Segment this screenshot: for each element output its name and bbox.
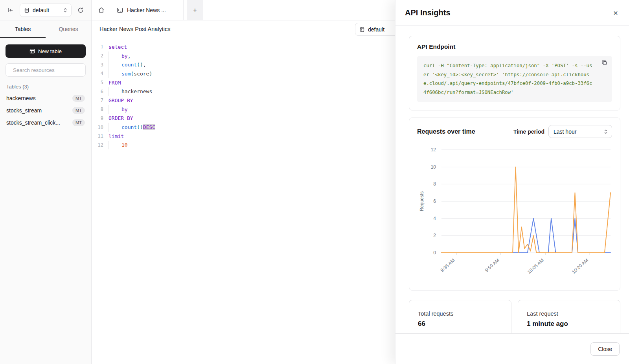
indent-guide (109, 105, 121, 114)
sidebar-tab-tables[interactable]: Tables (0, 20, 46, 38)
indent-guide (109, 123, 121, 132)
chevron-up-down-icon (63, 7, 67, 13)
svg-text:0: 0 (433, 250, 436, 256)
panel-header: API Insights × (395, 0, 629, 26)
code-token: hackernews (121, 88, 152, 94)
table-icon (29, 48, 35, 54)
line-number: 7 (92, 97, 103, 103)
svg-text:6: 6 (433, 199, 436, 204)
table-engine-badge: MT (72, 95, 85, 102)
database-selector-value: default (33, 7, 60, 13)
total-requests-value: 66 (418, 320, 502, 328)
svg-text:2: 2 (433, 233, 436, 238)
svg-text:4: 4 (433, 216, 436, 221)
refresh-icon (77, 7, 84, 13)
line-number: 2 (92, 53, 103, 59)
svg-text:10: 10 (431, 164, 436, 170)
line-number: 1 (92, 44, 103, 50)
line-number: 11 (92, 133, 103, 139)
tab-tables-label: Tables (15, 26, 31, 32)
query-tab-title: Hacker News ... (127, 7, 166, 13)
last-request-card: Last request 1 minute ago (518, 300, 620, 333)
line-number: 3 (92, 62, 103, 68)
sidebar-header: default (0, 0, 91, 20)
sidebar: default Tables Queries New table Tables … (0, 0, 92, 364)
refresh-button[interactable] (75, 4, 86, 16)
indent-guide (109, 87, 121, 96)
indent-guide (109, 51, 121, 61)
code-token: select (109, 44, 127, 50)
requests-card-title: Requests over time (417, 128, 513, 135)
tab-queries-label: Queries (59, 26, 78, 32)
tables-section-label: Tables (3) (6, 84, 85, 90)
database-icon (359, 27, 365, 32)
code-token: score (134, 71, 149, 77)
code-token: 10 (121, 142, 128, 148)
search-resources-box (6, 63, 86, 77)
api-endpoint-title: API Endpoint (417, 43, 612, 50)
table-name: hackernews (6, 95, 72, 101)
home-icon (98, 7, 105, 13)
copy-icon (601, 60, 607, 66)
code-token: count (121, 62, 137, 68)
sidebar-tabs: Tables Queries (0, 20, 91, 38)
code-token: limit (109, 133, 124, 139)
query-tab[interactable]: Hacker News ... (111, 0, 184, 20)
time-period-label: Time period (513, 129, 544, 135)
panel-title: API Insights (405, 8, 451, 17)
svg-text:9:50 AM: 9:50 AM (484, 257, 500, 273)
new-table-button[interactable]: New table (6, 44, 86, 58)
indent-guide (109, 60, 121, 69)
table-row-stocks-stream[interactable]: stocks_stream MT (0, 104, 91, 116)
table-row-hackernews[interactable]: hackernews MT (0, 92, 91, 104)
requests-card-header: Requests over time Time period Last hour (417, 125, 612, 138)
last-request-label: Last request (527, 311, 611, 317)
panel-footer: Close (395, 333, 629, 364)
table-engine-badge: MT (72, 119, 85, 126)
chevron-up-down-icon (604, 129, 608, 134)
search-resources-input[interactable] (13, 67, 83, 73)
svg-text:10:05 AM: 10:05 AM (526, 257, 545, 275)
code-token: () (137, 62, 143, 68)
close-button[interactable]: Close (590, 342, 620, 356)
code-token: GROUP BY (109, 97, 133, 103)
requests-over-time-card: Requests over time Time period Last hour… (409, 118, 620, 290)
home-button[interactable] (92, 0, 111, 20)
line-number: 5 (92, 80, 103, 85)
line-number: 8 (92, 107, 103, 112)
curl-command: curl -H "Content-Type: application/json"… (423, 63, 592, 95)
new-query-tab-button[interactable]: + (187, 0, 203, 20)
time-period-select[interactable]: Last hour (548, 125, 612, 138)
code-token: DESC (143, 124, 155, 130)
stats-row: Total requests 66 Last request 1 minute … (409, 300, 620, 333)
last-request-value: 1 minute ago (527, 320, 611, 328)
code-token: ( (131, 71, 134, 77)
svg-text:8: 8 (433, 181, 436, 187)
copy-button[interactable] (601, 60, 607, 66)
requests-chart: 0246810129:35 AM9:50 AM10:05 AM10:20 AMR… (417, 143, 612, 287)
database-icon (24, 7, 29, 13)
sidebar-tab-queries[interactable]: Queries (46, 20, 91, 38)
query-title: Hacker News Post Analytics (99, 26, 171, 32)
database-selector[interactable]: default (20, 4, 72, 17)
collapse-left-icon (7, 7, 14, 13)
code-token: FROM (109, 80, 121, 86)
total-requests-label: Total requests (418, 311, 502, 317)
total-requests-card: Total requests 66 (409, 300, 511, 333)
time-period-value: Last hour (554, 129, 604, 135)
table-name: stocks_stream_click... (6, 119, 72, 126)
code-token: , (128, 53, 131, 59)
indent-guide (109, 69, 121, 78)
table-row-stocks-stream-click[interactable]: stocks_stream_click... MT (0, 116, 91, 129)
line-number: 10 (92, 125, 103, 130)
table-engine-badge: MT (72, 107, 85, 114)
code-token: ) (149, 71, 152, 77)
line-number: 12 (92, 142, 103, 148)
close-icon[interactable]: × (613, 9, 618, 17)
clickhouse-console: default Tables Queries New table Tables … (0, 0, 629, 364)
code-token: , (143, 62, 146, 68)
code-token: by (121, 107, 128, 112)
terminal-icon (117, 7, 123, 13)
collapse-sidebar-button[interactable] (5, 4, 17, 16)
line-chart: 0246810129:35 AM9:50 AM10:05 AM10:20 AMR… (417, 143, 618, 285)
